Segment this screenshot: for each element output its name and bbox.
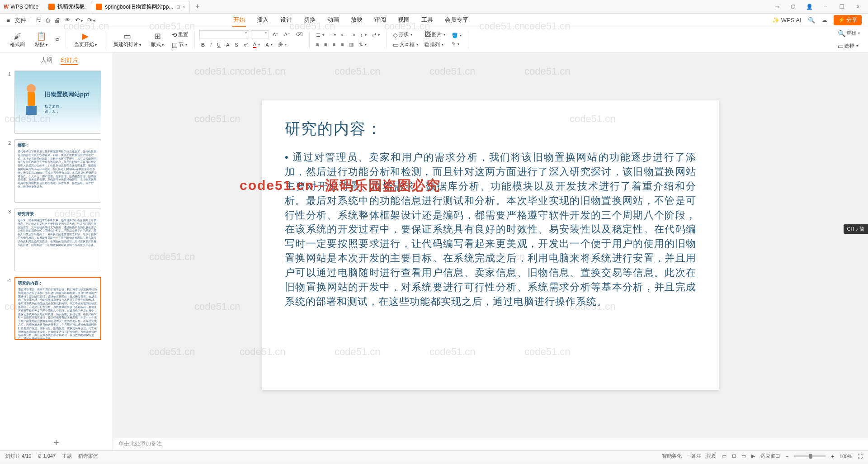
- outline-tab[interactable]: 大纲: [41, 56, 52, 65]
- arrange-button[interactable]: ⧉排列▾: [423, 40, 447, 49]
- tab-transition[interactable]: 切换: [303, 14, 316, 27]
- add-slide-button[interactable]: +: [0, 435, 113, 450]
- image-button[interactable]: 🖼图片▾: [423, 30, 447, 39]
- convert-icon[interactable]: ⇄▾: [370, 31, 382, 39]
- slide-title[interactable]: 研究的内容：: [285, 118, 696, 139]
- preview-icon[interactable]: 👁: [65, 17, 71, 24]
- align-center-icon[interactable]: ≡: [322, 41, 329, 48]
- maximize-icon[interactable]: ❐: [835, 2, 848, 11]
- slide-thumbnail-2[interactable]: 摘要： 现代经济快节奏发展以及不断完善升级的信息化技术，让传统数据信息的管理升级…: [14, 139, 101, 203]
- align-justify-icon[interactable]: ≡: [339, 41, 345, 48]
- indent-right-icon[interactable]: ⇥: [349, 31, 357, 39]
- cloud-icon[interactable]: ☁: [821, 17, 827, 24]
- layout-icon[interactable]: ▭: [770, 2, 783, 11]
- search-icon[interactable]: 🔍: [808, 17, 815, 24]
- redo-icon[interactable]: ↷▾: [87, 17, 95, 24]
- theme-label[interactable]: 主题: [62, 453, 72, 459]
- export-icon[interactable]: ⎙: [46, 17, 50, 24]
- shape-button[interactable]: ◇形状▾: [391, 30, 420, 39]
- italic-icon[interactable]: I: [208, 40, 213, 49]
- strikethrough-icon[interactable]: S: [233, 40, 240, 49]
- close-icon[interactable]: ×: [183, 5, 185, 9]
- print-icon[interactable]: 🖨: [54, 17, 60, 24]
- outline-icon[interactable]: ✎▾: [450, 40, 463, 48]
- notes-toggle[interactable]: ≡ 备注: [687, 453, 701, 459]
- align-right-icon[interactable]: ≡: [331, 41, 337, 48]
- font-size-select[interactable]: ▾: [251, 30, 269, 38]
- tab-view[interactable]: 视图: [397, 14, 410, 27]
- sorter-view-icon[interactable]: ⊞: [732, 453, 736, 459]
- tab-insert[interactable]: 插入: [256, 14, 269, 27]
- hamburger-icon[interactable]: ≡: [6, 17, 10, 24]
- columns-icon[interactable]: ▥: [347, 41, 355, 48]
- close-window-icon[interactable]: ×: [852, 2, 864, 11]
- superscript-icon[interactable]: x²: [242, 40, 250, 49]
- tab-start[interactable]: 开始: [232, 14, 246, 27]
- undo-icon[interactable]: ↶▾: [75, 17, 83, 24]
- add-tab-button[interactable]: +: [192, 1, 203, 12]
- find-button[interactable]: 🔍查找▾: [836, 29, 862, 38]
- tab-design[interactable]: 设计: [279, 14, 293, 27]
- slide-canvas[interactable]: 研究的内容： • 通过对管理员、卖家和用户的需求分析，我们将该旧物置换网站的功能…: [113, 52, 868, 438]
- slide-thumbnail-1[interactable]: 旧物置换网站ppt 指导老师： 设计人：: [14, 71, 101, 134]
- slide-thumbnail-4[interactable]: 研究的内容： 通过对管理员、卖家和用户的需求分析，我们将该旧物置换网站的功能逐步…: [14, 277, 101, 340]
- reading-view-icon[interactable]: ▭: [741, 453, 746, 459]
- ime-indicator[interactable]: CH ♪ 简: [844, 224, 868, 234]
- slide[interactable]: 研究的内容： • 通过对管理员、卖家和用户的需求分析，我们将该旧物置换网站的功能…: [262, 100, 719, 390]
- zoom-slider[interactable]: [794, 455, 826, 457]
- zoom-in-icon[interactable]: +: [831, 454, 834, 459]
- paste-button[interactable]: 📋粘贴▾: [31, 30, 51, 49]
- view-label[interactable]: 视图: [707, 453, 717, 459]
- word-count[interactable]: ⊘ 1,047: [38, 453, 56, 459]
- underline-icon[interactable]: U: [215, 40, 222, 49]
- zoom-out-icon[interactable]: −: [786, 454, 788, 459]
- slide-thumbnail-3[interactable]: 研究背景 近年来，随着网络技术的不断发展，越来越多的人在互联网上寻求便利。为了给…: [14, 208, 101, 271]
- layout-button[interactable]: ⊞版式▾: [147, 30, 167, 49]
- select-button[interactable]: ▭选择▾: [836, 42, 862, 51]
- avatar-icon[interactable]: 👤: [803, 2, 816, 11]
- numbering-icon[interactable]: ≡▾: [328, 31, 338, 39]
- clear-format-icon[interactable]: ⌫: [294, 30, 305, 38]
- start-page-button[interactable]: ▶当页开始▾: [71, 30, 100, 49]
- tab-member[interactable]: 会员专享: [444, 14, 469, 27]
- slides-tab[interactable]: 幻灯片: [61, 56, 78, 65]
- smart-beautify[interactable]: 智能美化: [662, 453, 682, 459]
- file-menu[interactable]: 文件: [14, 16, 26, 24]
- tab-presentation[interactable]: springboot旧物置换网站pp... ⊡ ×: [91, 1, 190, 13]
- fill-icon[interactable]: 🪣▾: [450, 32, 463, 39]
- minimize-icon[interactable]: −: [819, 2, 832, 11]
- tab-template[interactable]: 找稻壳模板: [44, 1, 89, 13]
- bullets-icon[interactable]: ☰▾: [314, 31, 326, 39]
- phonetic-icon[interactable]: 拼▾: [276, 40, 288, 49]
- slide-body[interactable]: • 通过对管理员、卖家和用户的需求分析，我们将该旧物置换网站的功能逐步进行了添加…: [285, 150, 696, 309]
- new-slide-button[interactable]: ▭新建幻灯片▾: [110, 30, 145, 49]
- notes-pane[interactable]: 单击此处添加备注: [113, 438, 868, 450]
- tab-slideshow[interactable]: 放映: [350, 14, 363, 27]
- textbox-button[interactable]: ▭文本框▾: [391, 40, 420, 49]
- fit-window[interactable]: 适应窗口: [760, 453, 780, 459]
- normal-view-icon[interactable]: ▭: [722, 453, 726, 459]
- thumbnails[interactable]: 1 旧物置换网站ppt 指导老师： 设计人： 2 摘要： 现代经济快节奏发展: [0, 68, 113, 435]
- align-left-icon[interactable]: ≡: [314, 41, 321, 48]
- text-effect-icon[interactable]: A▾: [264, 40, 274, 49]
- expand-icon[interactable]: ⛶: [858, 454, 863, 459]
- share-button[interactable]: ⚡ 分享: [834, 15, 862, 25]
- increase-font-icon[interactable]: A⁺: [271, 30, 280, 38]
- zoom-level[interactable]: 100%: [840, 454, 852, 459]
- template-label[interactable]: 稻壳案体: [78, 453, 98, 459]
- tab-review[interactable]: 审阅: [373, 14, 387, 27]
- wps-ai[interactable]: ✨ WPS AI: [772, 17, 801, 24]
- reset-button[interactable]: ⟲重置: [170, 30, 190, 39]
- copy-icon[interactable]: ⧉: [54, 36, 61, 43]
- slideshow-view-icon[interactable]: ▶: [751, 453, 755, 459]
- font-color-icon[interactable]: A▾: [251, 40, 262, 49]
- format-painter-button[interactable]: 🖌格式刷: [6, 30, 28, 49]
- line-spacing-icon[interactable]: ↕▾: [359, 31, 368, 39]
- text-direction-icon[interactable]: ⇅▾: [357, 41, 368, 48]
- highlight-icon[interactable]: A: [224, 40, 231, 49]
- section-button[interactable]: ▤节▾: [170, 40, 190, 49]
- tab-tools[interactable]: 工具: [420, 14, 434, 27]
- font-family-select[interactable]: ▾: [199, 30, 249, 38]
- save-icon[interactable]: 🖫: [36, 17, 42, 24]
- tab-animation[interactable]: 动画: [326, 14, 340, 27]
